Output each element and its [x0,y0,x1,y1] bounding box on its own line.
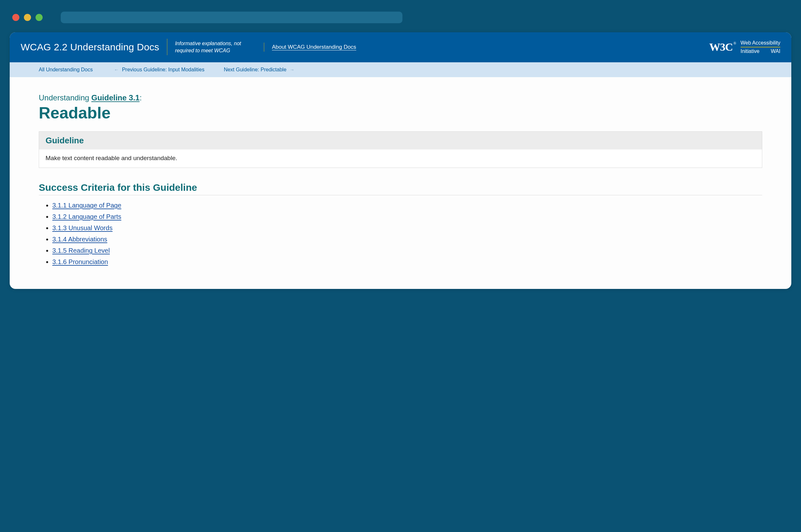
browser-chrome [10,10,791,32]
nav-all-docs[interactable]: All Understanding Docs [39,67,93,73]
nav-next-guideline[interactable]: Next Guideline: Predictable [224,67,286,72]
arrow-right-icon: → [290,67,294,72]
guideline-box: Guideline Make text content readable and… [39,131,762,168]
about-understanding-link[interactable]: About WCAG Understanding Docs [272,44,356,50]
nav-prev-guideline[interactable]: Previous Guideline: Input Modalities [122,67,204,72]
guideline-box-text: Make text content readable and understan… [39,150,762,168]
site-tagline: Informative explanations, not required t… [167,39,264,55]
wai-logo-text: Web Accessibility Initiative WAI [741,40,780,55]
close-window-button[interactable] [12,14,19,21]
success-criterion-link[interactable]: 3.1.6 Pronunciation [52,258,108,265]
page-nav: All Understanding Docs ← Previous Guidel… [10,62,791,77]
guideline-box-heading: Guideline [39,132,762,150]
registered-mark: ® [733,41,736,46]
wai-line2a: Initiative [741,48,760,55]
w3c-wai-logo[interactable]: W3C® Web Accessibility Initiative WAI [709,40,780,55]
success-criterion-item: 3.1.1 Language of Page [52,202,762,209]
page-title: Readable [39,103,762,122]
success-criterion-link[interactable]: 3.1.4 Abbreviations [52,236,107,243]
wai-line2b: WAI [771,48,780,55]
wai-line1: Web Accessibility [741,40,780,48]
success-criterion-item: 3.1.5 Reading Level [52,247,762,254]
w3c-logo-text: W3C [709,41,733,53]
minimize-window-button[interactable] [24,14,31,21]
w3c-logo-mark: W3C® [709,41,736,53]
nav-next-wrapper: Next Guideline: Predictable → [224,67,296,73]
kicker-suffix: : [139,93,142,102]
success-criterion-link[interactable]: 3.1.1 Language of Page [52,202,122,209]
arrow-left-icon: ← [114,67,118,72]
site-title: WCAG 2.2 Understanding Docs [21,40,167,54]
page-kicker: Understanding Guideline 3.1: [39,93,762,102]
guideline-ref-link[interactable]: Guideline 3.1 [91,93,139,102]
main-content: Understanding Guideline 3.1: Readable Gu… [10,77,791,289]
success-criteria-heading: Success Criteria for this Guideline [39,182,762,195]
success-criterion-item: 3.1.6 Pronunciation [52,258,762,266]
about-link-cell: About WCAG Understanding Docs [264,43,364,52]
window-controls [12,14,43,21]
success-criterion-item: 3.1.4 Abbreviations [52,236,762,243]
maximize-window-button[interactable] [36,14,43,21]
site-header: WCAG 2.2 Understanding Docs Informative … [10,32,791,62]
success-criterion-item: 3.1.3 Unusual Words [52,224,762,232]
success-criteria-list: 3.1.1 Language of Page3.1.2 Language of … [39,202,762,266]
success-criterion-link[interactable]: 3.1.3 Unusual Words [52,224,112,231]
kicker-prefix: Understanding [39,93,91,102]
success-criterion-link[interactable]: 3.1.2 Language of Parts [52,213,122,220]
url-bar[interactable] [61,12,403,23]
success-criterion-link[interactable]: 3.1.5 Reading Level [52,247,110,254]
page-window: WCAG 2.2 Understanding Docs Informative … [10,32,791,289]
success-criterion-item: 3.1.2 Language of Parts [52,213,762,221]
nav-prev-wrapper: ← Previous Guideline: Input Modalities [112,67,204,73]
